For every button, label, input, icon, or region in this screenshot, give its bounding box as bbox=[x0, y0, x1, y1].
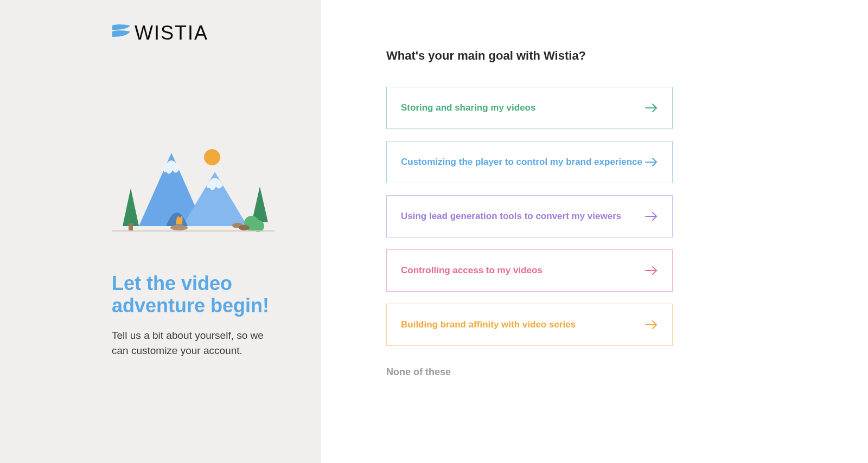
svg-point-5 bbox=[170, 225, 188, 230]
arrow-right-icon bbox=[645, 104, 658, 112]
goal-option-label: Building brand affinity with video serie… bbox=[401, 319, 576, 330]
goal-option[interactable]: Using lead generation tools to convert m… bbox=[386, 195, 673, 237]
right-panel: What's your main goal with Wistia? Stori… bbox=[321, 0, 868, 463]
goal-option-label: Storing and sharing my videos bbox=[401, 102, 535, 113]
goal-option-label: Controlling access to my videos bbox=[401, 265, 542, 276]
arrow-right-icon bbox=[645, 320, 658, 329]
arrow-right-icon bbox=[645, 266, 658, 275]
onboarding-subtext: Tell us a bit about yourself, so we can … bbox=[112, 328, 275, 359]
goal-option[interactable]: Storing and sharing my videos bbox=[386, 87, 673, 129]
arrow-right-icon bbox=[645, 158, 658, 166]
goal-question: What's your main goal with Wistia? bbox=[386, 49, 803, 63]
wistia-flags-icon bbox=[112, 24, 131, 42]
goal-option-label: Using lead generation tools to convert m… bbox=[401, 211, 621, 222]
onboarding-illustration bbox=[112, 142, 275, 240]
svg-point-7 bbox=[239, 225, 250, 230]
left-panel: WISTIA bbox=[0, 0, 321, 463]
goal-option-label: Customizing the player to control my bra… bbox=[401, 157, 642, 168]
brand-name: WISTIA bbox=[135, 22, 208, 44]
goal-option[interactable]: Customizing the player to control my bra… bbox=[386, 141, 673, 183]
onboarding-heading: Let the video adventure begin! bbox=[112, 272, 278, 317]
brand-logo: WISTIA bbox=[112, 22, 278, 44]
none-of-these-link[interactable]: None of these bbox=[386, 366, 451, 378]
arrow-right-icon bbox=[645, 212, 658, 221]
svg-point-4 bbox=[252, 220, 264, 232]
goal-option[interactable]: Controlling access to my videos bbox=[386, 249, 673, 292]
goal-option[interactable]: Building brand affinity with video serie… bbox=[386, 304, 673, 346]
svg-rect-1 bbox=[129, 223, 133, 232]
goal-options-list: Storing and sharing my videosCustomizing… bbox=[386, 87, 803, 346]
svg-point-0 bbox=[204, 149, 220, 165]
